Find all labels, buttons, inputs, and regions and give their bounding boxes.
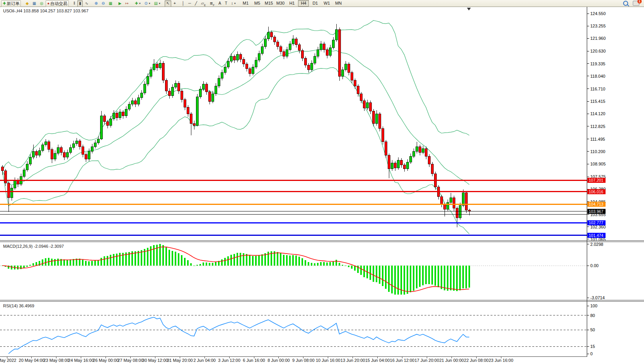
autotrading-button[interactable]: ●自动交易 xyxy=(46,0,69,7)
candle xyxy=(385,142,387,155)
line-chart-button[interactable]: ∿ xyxy=(83,0,90,7)
macd-bar xyxy=(79,259,80,266)
macd-bar xyxy=(165,247,167,266)
timeframe-button-h1[interactable]: H1 xyxy=(286,0,297,7)
candle xyxy=(51,150,53,159)
tile-windows-icon: ▦ xyxy=(109,2,112,5)
new-order-button[interactable]: ✚新订单 xyxy=(1,0,21,7)
candle xyxy=(140,93,143,97)
candle xyxy=(4,171,7,183)
candle xyxy=(38,150,41,155)
indicators-icon: ✚ xyxy=(135,2,138,5)
macd-bar xyxy=(119,253,121,266)
timeframe-button-w1[interactable]: W1 xyxy=(321,0,332,7)
candle xyxy=(215,86,217,94)
macd-bar xyxy=(459,266,461,290)
indicators-button[interactable]: ✚▾ xyxy=(133,0,142,7)
macd-bar xyxy=(438,266,439,287)
timeframe-button-m30[interactable]: M30 xyxy=(275,0,286,7)
chart-shift-button[interactable]: ↦ xyxy=(124,0,130,7)
candle xyxy=(184,100,186,107)
periods-button[interactable]: ⊙▾ xyxy=(143,0,152,7)
candle xyxy=(187,107,189,114)
macd-bar xyxy=(85,261,87,266)
text-label-icon: T xyxy=(225,2,227,5)
price-label: 103.967 xyxy=(589,209,603,214)
macd-bar xyxy=(447,266,448,291)
macd-bar xyxy=(141,250,142,266)
candle xyxy=(292,39,294,44)
rsi-tick-label: 0 xyxy=(590,351,593,356)
candle xyxy=(363,101,365,108)
timeframe-button-m1[interactable]: M1 xyxy=(240,0,251,7)
macd-bar xyxy=(419,266,421,287)
macd-bar xyxy=(26,266,28,267)
candle xyxy=(409,156,412,162)
chevron-down-icon: ▾ xyxy=(234,2,236,5)
candle xyxy=(150,70,152,76)
crosshair-button[interactable]: + xyxy=(172,0,177,7)
candle xyxy=(78,141,81,147)
market-watch-button[interactable]: ▦ xyxy=(31,0,37,7)
text-label-button[interactable]: T xyxy=(223,0,229,7)
toolbar: ✚新订单◆▦◎●自动交易‖▮∿⊕⊖▦▶↦✚▾⊙▾▤▾↖+│─╱▱E≣FAT↕▾M… xyxy=(0,0,644,7)
text-button[interactable]: A xyxy=(217,0,223,7)
candle xyxy=(10,188,13,198)
trendline-button[interactable]: ╱ xyxy=(193,0,199,7)
macd-bar xyxy=(376,266,377,282)
auto-scroll-button[interactable]: ▶ xyxy=(117,0,123,7)
macd-bar xyxy=(379,266,380,284)
candle xyxy=(103,116,106,122)
signals-button[interactable]: ◎ xyxy=(39,0,45,7)
macd-bar xyxy=(175,252,176,266)
candle xyxy=(100,116,102,139)
macd-bar xyxy=(391,266,393,293)
fibonacci-button[interactable]: ≣F xyxy=(208,0,216,7)
candle xyxy=(295,39,297,45)
macd-bar xyxy=(425,266,427,284)
candle xyxy=(128,104,130,109)
timeframe-button-d1[interactable]: D1 xyxy=(310,0,320,7)
macd-bar xyxy=(190,263,192,266)
timeframe-button-h4[interactable]: H4 xyxy=(298,0,309,7)
macd-bar xyxy=(370,266,371,280)
timeframe-button-mn[interactable]: MN xyxy=(333,0,344,7)
candle xyxy=(279,47,282,51)
price-tick-label: 123.255 xyxy=(590,24,606,28)
time-tick-label: 2 Jun 04:00 xyxy=(193,358,216,363)
macd-bar xyxy=(428,266,430,284)
timeframe-button-m5[interactable]: M5 xyxy=(252,0,262,7)
candle xyxy=(168,91,170,95)
macd-bar xyxy=(153,245,155,266)
search-icon[interactable] xyxy=(623,1,628,6)
candle xyxy=(239,55,242,59)
chart-canvas[interactable]: 124.550123.255121.960120.630119.335118.0… xyxy=(0,7,644,363)
candle xyxy=(202,84,204,89)
candle xyxy=(190,114,192,124)
arrows-button[interactable]: ↕▾ xyxy=(230,0,237,7)
candle xyxy=(391,163,393,169)
tile-windows-button[interactable]: ▦ xyxy=(107,0,114,7)
candle xyxy=(366,102,368,108)
candle xyxy=(208,92,211,102)
candlestick-chart-button[interactable]: ▮ xyxy=(77,0,83,7)
rsi-tick-label: 50 xyxy=(590,327,595,332)
vertical-line-button[interactable]: │ xyxy=(181,0,186,7)
bar-chart-button[interactable]: ‖ xyxy=(72,0,77,7)
equidistant-channel-button[interactable]: ▱E xyxy=(199,0,207,7)
charts-profile-button[interactable]: ◆ xyxy=(24,0,30,7)
templates-button[interactable]: ▤▾ xyxy=(153,0,162,7)
zoom-in-button[interactable]: ⊕ xyxy=(93,0,99,7)
timeframe-button-m15[interactable]: M15 xyxy=(263,0,274,7)
candle xyxy=(35,152,37,155)
time-tick-label: 17 Jun 20:00 xyxy=(414,358,439,363)
zoom-out-button[interactable]: ⊖ xyxy=(100,0,106,7)
terminal-window: ✚新订单◆▦◎●自动交易‖▮∿⊕⊖▦▶↦✚▾⊙▾▤▾↖+│─╱▱E≣FAT↕▾M… xyxy=(0,0,644,363)
cursor-button[interactable]: ↖ xyxy=(165,0,171,7)
candle xyxy=(109,119,112,125)
macd-bar xyxy=(104,256,105,266)
macd-bar xyxy=(172,251,173,266)
candle xyxy=(382,128,384,142)
horizontal-line-button[interactable]: ─ xyxy=(187,0,193,7)
notifications-icon[interactable]: 1 xyxy=(633,1,639,6)
